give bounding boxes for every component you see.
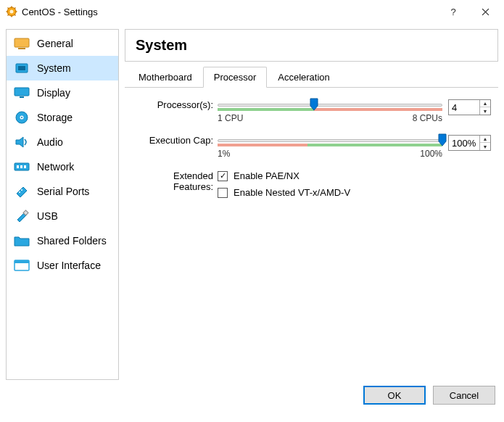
- content-header: System: [125, 29, 498, 62]
- execcap-row: Execution Cap:: [132, 135, 491, 159]
- audio-icon: [14, 136, 30, 149]
- sidebar-item-shared[interactable]: Shared Folders: [7, 228, 118, 253]
- spin-down-icon[interactable]: ▼: [480, 107, 490, 115]
- sidebar-item-storage[interactable]: Storage: [7, 105, 118, 130]
- processors-max: 8 CPUs: [413, 113, 442, 123]
- extended-label: Extended Features:: [132, 170, 218, 192]
- execcap-max: 100%: [420, 149, 442, 159]
- nested-checkbox[interactable]: [218, 188, 228, 198]
- processors-spinner[interactable]: ▲ ▼: [448, 99, 491, 115]
- cancel-button[interactable]: Cancel: [433, 386, 495, 405]
- svg-rect-30: [15, 260, 29, 263]
- close-button[interactable]: [469, 1, 501, 22]
- titlebar: CentOS - Settings ?: [0, 0, 504, 23]
- execcap-input[interactable]: [449, 136, 479, 150]
- sidebar-item-serial[interactable]: Serial Ports: [7, 179, 118, 204]
- dialog-buttons: OK Cancel: [0, 386, 504, 412]
- svg-line-9: [15, 8, 16, 9]
- svg-point-27: [21, 189, 22, 191]
- execcap-slider[interactable]: [218, 135, 442, 146]
- sidebar-item-label: Storage: [37, 112, 73, 123]
- processors-min: 1 CPU: [218, 113, 243, 123]
- svg-rect-17: [20, 96, 24, 98]
- storage-icon: [14, 111, 30, 124]
- tab-acceleration[interactable]: Acceleration: [267, 67, 341, 88]
- svg-line-8: [8, 15, 9, 16]
- processors-row: Processor(s):: [132, 99, 491, 123]
- svg-rect-13: [18, 48, 25, 49]
- system-icon: [14, 62, 30, 75]
- sidebar: General System Display Storage Audio Net…: [6, 29, 119, 380]
- svg-line-6: [8, 8, 9, 9]
- tab-motherboard[interactable]: Motherboard: [128, 67, 203, 88]
- app-icon: [6, 6, 17, 17]
- ui-icon: [14, 259, 30, 272]
- main-area: General System Display Storage Audio Net…: [0, 23, 504, 386]
- svg-rect-12: [15, 38, 29, 47]
- display-icon: [14, 86, 30, 99]
- sidebar-item-label: Network: [37, 161, 74, 173]
- execcap-min: 1%: [218, 149, 230, 159]
- svg-line-7: [15, 15, 16, 16]
- sidebar-item-label: Serial Ports: [37, 186, 89, 197]
- slider-thumb[interactable]: [310, 98, 318, 111]
- tab-bar: Motherboard Processor Acceleration: [125, 66, 498, 88]
- sidebar-item-label: Shared Folders: [37, 235, 107, 247]
- spin-down-icon[interactable]: ▼: [480, 143, 490, 150]
- sidebar-item-label: USB: [37, 210, 58, 222]
- sidebar-item-ui[interactable]: User Interface: [7, 253, 118, 278]
- svg-rect-16: [15, 88, 29, 96]
- shared-folders-icon: [14, 234, 30, 247]
- sidebar-item-network[interactable]: Network: [7, 154, 118, 179]
- sidebar-item-label: Audio: [37, 136, 63, 148]
- extended-row: Extended Features: ✓ Enable PAE/NX Enabl…: [132, 170, 491, 204]
- window-title: CentOS - Settings: [22, 7, 437, 17]
- pae-label: Enable PAE/NX: [234, 170, 299, 181]
- sidebar-item-audio[interactable]: Audio: [7, 130, 118, 154]
- spin-up-icon[interactable]: ▲: [480, 100, 490, 107]
- sidebar-item-label: System: [37, 62, 71, 74]
- usb-icon: [14, 210, 30, 223]
- processors-input[interactable]: [449, 100, 479, 115]
- processors-label: Processor(s):: [132, 99, 218, 110]
- execcap-spinner[interactable]: ▲ ▼: [448, 135, 491, 151]
- page-title: System: [136, 37, 487, 54]
- general-icon: [14, 37, 30, 50]
- serial-icon: [14, 185, 30, 198]
- processors-slider[interactable]: [218, 99, 442, 111]
- svg-rect-24: [20, 165, 22, 168]
- pae-checkbox[interactable]: ✓: [218, 171, 228, 181]
- sidebar-item-display[interactable]: Display: [7, 80, 118, 105]
- svg-rect-15: [18, 66, 25, 70]
- svg-rect-25: [24, 165, 26, 168]
- execcap-label: Execution Cap:: [132, 135, 218, 146]
- content-pane: System Motherboard Processor Acceleratio…: [125, 29, 498, 380]
- network-icon: [14, 160, 30, 173]
- sidebar-item-label: User Interface: [37, 260, 101, 271]
- sidebar-item-general[interactable]: General: [7, 31, 118, 56]
- spin-up-icon[interactable]: ▲: [480, 136, 490, 143]
- sidebar-item-label: Display: [37, 87, 70, 99]
- sidebar-item-usb[interactable]: USB: [7, 204, 118, 228]
- svg-point-20: [21, 117, 22, 118]
- svg-marker-21: [16, 137, 23, 147]
- svg-point-26: [19, 191, 20, 193]
- ok-button[interactable]: OK: [363, 386, 426, 405]
- svg-point-1: [10, 10, 14, 14]
- slider-thumb[interactable]: [438, 133, 447, 146]
- nested-label: Enable Nested VT-x/AMD-V: [234, 187, 350, 198]
- svg-rect-23: [17, 165, 19, 168]
- sidebar-item-system[interactable]: System: [7, 56, 118, 80]
- sidebar-item-label: General: [37, 38, 73, 49]
- help-button[interactable]: ?: [437, 1, 469, 22]
- processor-panel: Processor(s):: [125, 88, 498, 227]
- tab-processor[interactable]: Processor: [203, 67, 268, 88]
